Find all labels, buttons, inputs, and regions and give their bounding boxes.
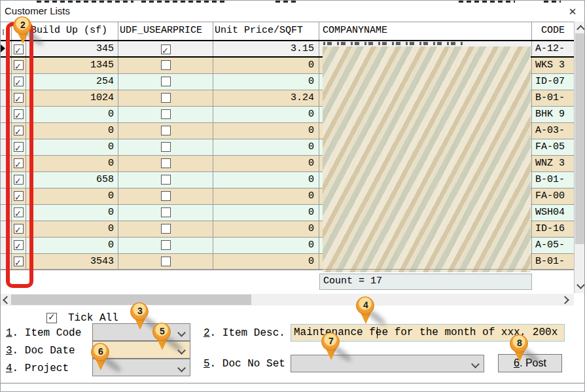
horizontal-scrollbar[interactable]	[1, 294, 574, 306]
udf-usearprice-cell	[118, 221, 213, 237]
unit-price-cell: 3.24	[213, 90, 319, 106]
use-ar-price-checkbox[interactable]	[161, 207, 171, 217]
row-tick-checkbox[interactable]	[14, 109, 24, 119]
use-ar-price-checkbox[interactable]	[161, 60, 171, 70]
use-ar-price-checkbox[interactable]	[161, 158, 171, 168]
column-chooser-header[interactable]	[1, 22, 12, 40]
use-ar-price-checkbox[interactable]	[161, 142, 171, 152]
project-combo[interactable]: -----	[92, 359, 190, 376]
customer-lists-dialog: Customer Lists ✕ Build Up (sf) UDF_USEAR…	[0, 0, 585, 392]
row-tick-cell	[12, 107, 26, 122]
code-cell: ID-07	[532, 74, 574, 90]
use-ar-price-checkbox[interactable]	[161, 45, 171, 54]
row-tick-checkbox[interactable]	[14, 257, 24, 266]
use-ar-price-checkbox[interactable]	[161, 77, 171, 86]
column-header-companyname[interactable]: COMPANYNAME	[319, 22, 532, 40]
scroll-right-icon[interactable]	[561, 296, 569, 304]
tick-all-checkbox[interactable]	[46, 313, 57, 323]
row-tick-checkbox[interactable]	[14, 158, 24, 168]
row-tick-cell	[12, 123, 26, 139]
row-tick-checkbox[interactable]	[14, 142, 24, 152]
row-tick-checkbox[interactable]	[14, 207, 24, 217]
use-ar-price-checkbox[interactable]	[161, 257, 171, 266]
background-window-artifact	[544, 1, 561, 3]
item-code-label: 1. Item Code	[6, 327, 81, 339]
row-tick-cell	[12, 254, 26, 270]
use-ar-price-checkbox[interactable]	[161, 191, 171, 201]
row-tick-checkbox[interactable]	[14, 45, 24, 54]
udf-usearprice-cell	[118, 254, 213, 270]
doc-no-set-combo[interactable]: Recurring Invoice - Maintena	[291, 355, 484, 372]
background-window-artifact	[275, 1, 299, 3]
use-ar-price-checkbox[interactable]	[161, 109, 171, 119]
row-tick-checkbox[interactable]	[14, 224, 24, 234]
use-ar-price-checkbox[interactable]	[161, 175, 171, 185]
code-cell: B-01-	[532, 254, 574, 270]
close-icon[interactable]: ✕	[564, 5, 581, 19]
item-desc-input[interactable]: Maintenance fee for the month of xxx, 20…	[291, 324, 565, 342]
row-tick-checkbox[interactable]	[14, 126, 24, 135]
row-indicator-cell	[1, 238, 12, 253]
post-button[interactable]: 6. Post	[498, 354, 562, 372]
unit-price-cell: 0	[213, 221, 319, 237]
doc-date-label: 3. Doc Date	[6, 345, 75, 357]
row-tick-checkbox[interactable]	[14, 175, 24, 185]
redacted-text-remnant	[323, 42, 464, 45]
unit-price-cell: 0	[213, 74, 319, 90]
background-window-artifact	[141, 1, 225, 3]
column-header-unit-price[interactable]: Unit Price/SQFT	[213, 22, 319, 40]
item-code-combo[interactable]: MAINTENANCE FEE	[92, 323, 190, 341]
scroll-up-icon[interactable]	[576, 25, 585, 33]
use-ar-price-checkbox[interactable]	[161, 126, 171, 135]
unit-price-cell: 3.15	[213, 41, 319, 56]
row-tick-cell	[12, 90, 26, 106]
column-header-tick[interactable]	[12, 22, 26, 40]
build-up-cell: 0	[26, 221, 118, 237]
vertical-scrollbar-thumb[interactable]	[575, 33, 585, 244]
row-tick-checkbox[interactable]	[14, 240, 24, 250]
column-header-build-up[interactable]: Build Up (sf)	[26, 22, 118, 40]
row-tick-cell	[12, 58, 26, 73]
row-tick-cell	[12, 188, 26, 204]
dialog-bottom-line	[1, 383, 585, 383]
code-cell: A-12-	[532, 41, 574, 56]
udf-usearprice-cell	[118, 41, 213, 56]
use-ar-price-checkbox[interactable]	[161, 240, 171, 250]
udf-usearprice-cell	[118, 74, 213, 90]
doc-no-set-label: 5. Doc No Set	[204, 358, 285, 370]
row-tick-checkbox[interactable]	[14, 60, 24, 70]
row-tick-cell	[12, 172, 26, 188]
udf-usearprice-cell	[118, 90, 213, 106]
udf-usearprice-cell	[118, 188, 213, 204]
row-indicator-cell	[1, 139, 12, 155]
code-cell: ID-16	[532, 221, 574, 237]
use-ar-price-checkbox[interactable]	[161, 224, 171, 234]
row-tick-cell	[12, 156, 26, 171]
horizontal-scrollbar-thumb[interactable]	[11, 294, 251, 305]
row-tick-checkbox[interactable]	[14, 77, 24, 86]
row-indicator-cell	[1, 172, 12, 188]
row-indicator-cell	[1, 74, 12, 90]
column-header-udf-usearprice[interactable]: UDF_USEARPRICE	[118, 22, 213, 40]
vertical-scrollbar[interactable]	[574, 22, 585, 293]
udf-usearprice-cell	[118, 58, 213, 73]
code-cell: A-05-	[532, 238, 574, 253]
row-tick-cell	[12, 221, 26, 237]
scroll-left-icon[interactable]	[3, 296, 11, 304]
row-indicator-cell	[1, 90, 12, 106]
udf-usearprice-cell	[118, 107, 213, 122]
build-up-cell: 0	[26, 139, 118, 155]
unit-price-cell: 0	[213, 123, 319, 139]
doc-date-picker[interactable]: 01/09/2020	[92, 341, 190, 359]
scroll-down-icon[interactable]	[576, 281, 585, 289]
grid-bottom-line	[1, 269, 574, 270]
use-ar-price-checkbox[interactable]	[161, 93, 171, 103]
column-header-code[interactable]: CODE	[532, 22, 574, 40]
udf-usearprice-cell	[118, 238, 213, 253]
build-up-cell: 0	[26, 188, 118, 204]
code-cell: FA-00	[532, 188, 574, 204]
item-desc-label: 2. Item Desc.	[204, 327, 285, 339]
row-tick-checkbox[interactable]	[14, 191, 24, 201]
row-tick-checkbox[interactable]	[14, 93, 24, 103]
row-tick-cell	[12, 139, 26, 155]
